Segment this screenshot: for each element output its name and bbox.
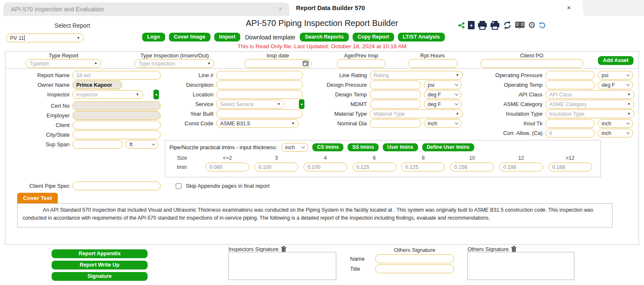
copy-report-button[interactable]: Copy Report <box>353 33 394 41</box>
insul-tk-input[interactable] <box>545 119 595 128</box>
corr-allow-unit-select[interactable]: inch <box>598 129 633 137</box>
location-input[interactable] <box>216 90 303 99</box>
close-icon[interactable]: × <box>567 4 571 12</box>
mdmt-input[interactable] <box>370 100 421 109</box>
download-template-link[interactable]: Download template <box>245 34 295 41</box>
description-input[interactable] <box>216 80 303 89</box>
age-prev-insp-input[interactable] <box>337 59 385 68</box>
book-icon[interactable] <box>515 21 525 29</box>
operating-temp-input[interactable] <box>545 80 595 89</box>
type-report-label: Type Report <box>49 52 78 59</box>
others-title-input[interactable] <box>375 264 454 273</box>
design-temp-unit-select[interactable]: deg F <box>424 90 462 99</box>
owner-name-field: Owner Name <box>7 80 161 89</box>
logo-button[interactable]: Logo <box>142 33 165 41</box>
gear-icon[interactable]: ⚙ <box>528 21 536 30</box>
inspector-select[interactable]: Inspector ▼ <box>73 90 143 99</box>
tmin-input[interactable] <box>304 163 347 171</box>
design-pressure-input[interactable] <box>370 80 421 89</box>
sup-span-unit-select[interactable]: ft <box>126 140 158 149</box>
city-state-input[interactable] <box>73 130 161 139</box>
tmin-input[interactable] <box>205 163 249 171</box>
type-inspection-field: Type Inspection (Inserv/Out) Type Inspec… <box>119 52 230 68</box>
asme-category-select[interactable]: ASME Category ▼ <box>545 100 634 109</box>
insul-tk-unit-select[interactable]: inch <box>598 119 633 128</box>
operating-pressure-input[interactable] <box>545 71 595 80</box>
add-inspector-button[interactable] <box>153 90 159 99</box>
skip-appendix-checkbox[interactable] <box>176 183 182 189</box>
const-code-select[interactable]: ASME B31.5 ▼ <box>216 119 299 128</box>
chevron-down-icon <box>301 145 305 148</box>
design-pressure-unit-select[interactable]: psi <box>424 80 462 89</box>
client-input[interactable] <box>73 121 161 130</box>
size-header: 4 <box>301 155 350 161</box>
trash-icon[interactable] <box>281 246 286 252</box>
client-po-input[interactable] <box>480 59 583 68</box>
define-user-tmins-button[interactable]: Define User tmins <box>422 143 474 151</box>
sync-icon[interactable] <box>503 21 512 30</box>
year-built-input[interactable] <box>216 109 303 118</box>
print-icon[interactable] <box>478 21 487 30</box>
report-name-field: Report Name <box>7 71 161 80</box>
report-writeup-button[interactable]: Report Write Up <box>52 261 148 269</box>
type-report-select[interactable]: Typerprt ▼ <box>26 59 101 68</box>
tmins-unit-select[interactable]: inch <box>281 143 308 152</box>
ss-tmins-button[interactable]: SS tmins <box>348 143 378 151</box>
client-pipe-spec-input[interactable] <box>73 181 161 190</box>
user-tmins-button[interactable]: User tmins <box>383 143 418 151</box>
operating-pressure-unit-select[interactable]: psi <box>598 71 633 80</box>
material-type-select[interactable]: Material Type ▼ <box>370 109 463 118</box>
design-temp-input[interactable] <box>370 90 421 99</box>
tmin-input[interactable] <box>353 163 396 171</box>
tab-inspection-evaluation[interactable]: API-570 Inspection and Evaluation × <box>3 3 289 16</box>
mdmt-unit-select[interactable]: deg F <box>424 100 462 109</box>
cert-no-field: Cert No <box>7 101 161 110</box>
tmin-input[interactable] <box>254 163 298 171</box>
tmin-input[interactable] <box>450 163 494 171</box>
type-inspection-select[interactable]: Type Inspection ▼ <box>135 59 214 68</box>
history-icon[interactable] <box>539 22 546 29</box>
nominal-dia-unit-select[interactable]: inch <box>424 119 462 128</box>
inspectors-signature-box[interactable] <box>229 252 336 280</box>
ltst-analysis-button[interactable]: LT/ST Analysis <box>398 33 445 41</box>
sup-span-input[interactable] <box>73 140 123 149</box>
insp-date-input[interactable] <box>244 59 312 68</box>
insulation-type-select[interactable]: Insulation Type ▼ <box>545 109 634 118</box>
const-code-field: Const Code ASME B31.5 ▼ <box>177 119 304 128</box>
corr-allow-input[interactable] <box>545 129 595 137</box>
report-appendix-button[interactable]: Report Appendix <box>52 249 148 258</box>
api-class-select[interactable]: API Class ▼ <box>545 90 634 99</box>
others-signature-box[interactable] <box>467 252 574 280</box>
others-name-input[interactable] <box>375 254 454 263</box>
tmin-input[interactable] <box>401 163 445 171</box>
print-final-icon[interactable]: F <box>490 21 500 30</box>
tmin-input[interactable] <box>548 163 592 171</box>
report-name-input[interactable] <box>73 71 161 80</box>
tmin-input[interactable] <box>499 163 543 171</box>
svg-text:F: F <box>493 21 494 24</box>
share-icon[interactable] <box>458 22 465 29</box>
line-rating-select[interactable]: Rating ▼ <box>370 71 463 80</box>
file-plus-icon[interactable]: + <box>468 21 475 29</box>
cover-text-tab[interactable]: Cover Text <box>17 193 58 203</box>
cover-text-box[interactable]: An API Standard 570 Inspection that incl… <box>17 203 613 228</box>
service-field: Service Select Service ▼ <box>177 100 304 109</box>
trash-icon[interactable] <box>511 246 517 252</box>
rpt-hours-input[interactable] <box>408 59 457 68</box>
cover-image-button[interactable]: Cover Image <box>169 33 210 41</box>
add-asset-button[interactable]: Add Asset <box>598 56 634 65</box>
line-no-input[interactable] <box>216 71 303 80</box>
import-button[interactable]: Import <box>214 33 241 41</box>
operating-temp-unit-select[interactable]: deg F <box>598 80 633 89</box>
add-service-button[interactable] <box>299 99 304 109</box>
search-reports-button[interactable]: Search Reports <box>300 33 348 41</box>
tab-report-data-builder[interactable]: Report Data Builder 570 × <box>289 0 583 16</box>
nominal-dia-input[interactable] <box>370 119 421 128</box>
chevron-down-icon <box>626 73 630 76</box>
readonly-notice: This is Read Only file. Last Updated: Oc… <box>0 43 644 49</box>
signature-button[interactable]: Signature <box>52 272 148 281</box>
close-icon[interactable]: × <box>278 5 283 13</box>
tmins-size-row: Size <=2 3 4 6 8 10 12 >12 <box>165 155 600 161</box>
service-select[interactable]: Select Service ▼ <box>216 100 284 109</box>
cs-tmins-button[interactable]: CS tmins <box>312 143 343 151</box>
